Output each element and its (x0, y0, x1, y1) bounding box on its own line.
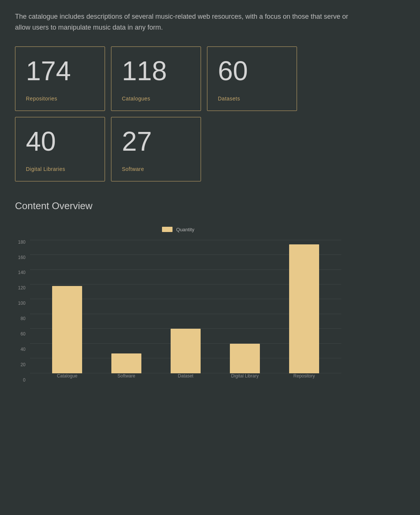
chart-area: 020406080100120140160180 CatalogueSoftwa… (15, 240, 341, 382)
x-label: Dataset (171, 373, 201, 382)
bar-software (111, 353, 141, 373)
chart-legend: Quantity (15, 227, 341, 232)
stat-card-datasets: 60 Datasets (207, 46, 297, 111)
stat-card-software: 27 Software (111, 117, 201, 181)
bars-row (30, 240, 341, 373)
x-label: Digital Library (230, 373, 260, 382)
stat-card-catalogues: 118 Catalogues (111, 46, 201, 111)
page-description: The catalogue includes descriptions of s… (15, 11, 360, 33)
stat-label: Repositories (26, 96, 97, 102)
x-label: Repository (289, 373, 319, 382)
y-axis-label: 160 (15, 255, 26, 260)
bar-digital-library (230, 344, 260, 373)
bar-repository (289, 244, 319, 373)
stat-number: 174 (26, 57, 97, 84)
chart-y-axis: 020406080100120140160180 (15, 240, 30, 382)
stat-number: 60 (218, 57, 289, 84)
legend-label: Quantity (176, 227, 194, 232)
bar-dataset (171, 329, 201, 373)
y-axis-label: 20 (15, 362, 26, 367)
chart-body: CatalogueSoftwareDatasetDigital LibraryR… (30, 240, 341, 382)
stat-number: 27 (122, 128, 193, 155)
y-axis-label: 180 (15, 240, 26, 244)
stat-card-digital-libraries: 40 Digital Libraries (15, 117, 105, 181)
stats-grid: 174 Repositories 118 Catalogues 60 Datas… (15, 46, 405, 181)
stat-number: 118 (122, 57, 193, 84)
x-label: Catalogue (52, 373, 82, 382)
stat-number: 40 (26, 128, 97, 155)
y-axis-label: 80 (15, 316, 26, 321)
stat-card-repositories: 174 Repositories (15, 46, 105, 111)
x-labels: CatalogueSoftwareDatasetDigital LibraryR… (30, 373, 341, 382)
y-axis-label: 140 (15, 270, 26, 275)
y-axis-label: 120 (15, 286, 26, 290)
stat-label: Digital Libraries (26, 166, 97, 172)
bar-catalogue (52, 286, 82, 373)
chart-container: Quantity 020406080100120140160180 Catalo… (15, 223, 341, 386)
stat-label: Catalogues (122, 96, 193, 102)
section-title: Content Overview (15, 200, 405, 212)
y-axis-label: 60 (15, 332, 26, 336)
y-axis-label: 40 (15, 347, 26, 352)
y-axis-label: 100 (15, 301, 26, 305)
stat-label: Datasets (218, 96, 289, 102)
y-axis-label: 0 (15, 378, 26, 382)
x-label: Software (111, 373, 141, 382)
stat-label: Software (122, 166, 193, 172)
legend-color-box (162, 227, 172, 232)
